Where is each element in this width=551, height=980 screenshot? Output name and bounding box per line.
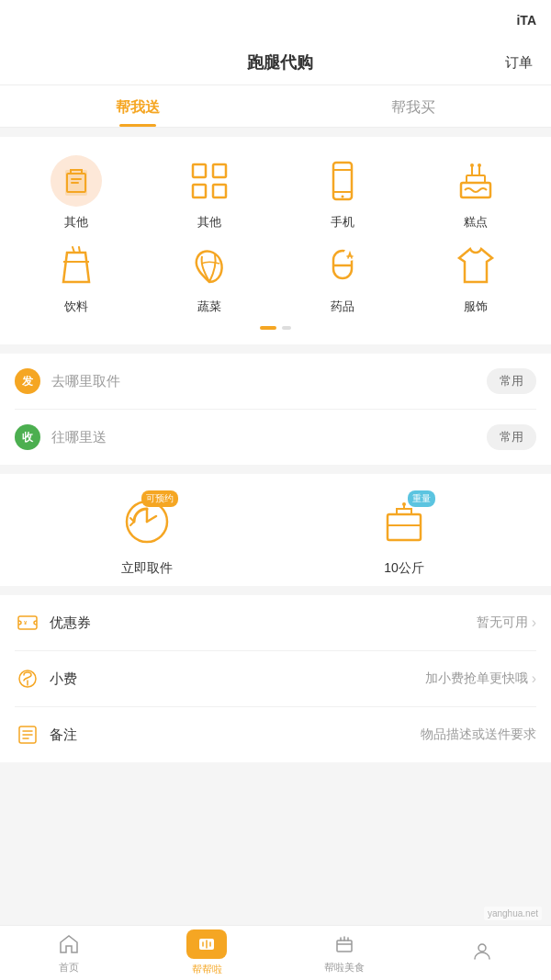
category-label-clothing: 服饰 [464, 299, 488, 315]
address-to-row[interactable]: 收 往哪里送 常用 [15, 410, 536, 465]
weight-label: 10公斤 [384, 560, 424, 577]
options-row: 可预约 立即取件 重量 [0, 492, 551, 577]
profile-icon [469, 939, 495, 964]
category-label-other: 其他 [197, 214, 221, 231]
nav-food-label: 帮啦美食 [324, 961, 365, 974]
svg-rect-2 [193, 164, 206, 177]
pickup-badge: 可预约 [141, 490, 178, 507]
clothing-icon [450, 240, 501, 291]
category-label-medicine: 药品 [331, 299, 354, 315]
svg-rect-38 [337, 941, 352, 952]
category-label-cake: 糕点 [464, 214, 488, 231]
address-to-placeholder[interactable]: 往哪里送 [51, 429, 476, 446]
note-icon [15, 722, 40, 748]
coupon-row[interactable]: ¥ 优惠券 暂无可用 › [15, 595, 536, 651]
dot-active [260, 326, 276, 330]
svg-text:¥: ¥ [24, 620, 28, 625]
status-bar: iTA [0, 0, 551, 40]
svg-line-24 [147, 516, 156, 522]
note-label: 备注 [50, 727, 96, 744]
category-item-vegetable[interactable]: 蔬菜 [142, 240, 276, 315]
other-icon [184, 155, 235, 207]
category-item-other[interactable]: 其他 [142, 155, 276, 231]
dot-inactive [282, 326, 291, 330]
svg-point-14 [470, 163, 474, 167]
svg-point-28 [402, 502, 406, 506]
page-title: 跑腿代购 [55, 51, 505, 73]
bottom-nav: 首页 帮帮啦 帮啦美食 [0, 925, 551, 980]
info-section: ¥ 优惠券 暂无可用 › 小费 加小费抢单更快哦 › [0, 595, 551, 762]
address-to-common-btn[interactable]: 常用 [487, 424, 536, 450]
category-item-phone[interactable]: 手机 [276, 155, 409, 231]
svg-rect-5 [213, 185, 226, 197]
weight-icon-wrap: 重量 [375, 492, 433, 551]
category-item-clothing[interactable]: 服饰 [409, 240, 542, 315]
tip-label: 小费 [50, 670, 96, 688]
food-icon [332, 931, 357, 957]
other-selected-icon [51, 155, 102, 207]
category-section: 其他 其他 [0, 137, 551, 344]
nav-food[interactable]: 帮啦美食 [276, 931, 413, 974]
svg-rect-4 [193, 185, 206, 197]
options-section: 可预约 立即取件 重量 [0, 474, 551, 586]
svg-point-39 [478, 944, 486, 952]
receive-badge: 收 [15, 424, 40, 450]
address-from-common-btn[interactable]: 常用 [487, 368, 536, 394]
category-item-medicine[interactable]: 药品 [276, 240, 409, 315]
svg-rect-25 [388, 514, 421, 540]
phone-icon [317, 155, 368, 207]
tab-send[interactable]: 帮我送 [0, 85, 276, 127]
tab-buy[interactable]: 帮我买 [276, 85, 551, 127]
address-from-row[interactable]: 发 去哪里取件 常用 [15, 354, 536, 410]
category-grid: 其他 其他 [9, 155, 542, 315]
weight-badge: 重量 [408, 490, 435, 507]
address-from-placeholder[interactable]: 去哪里取件 [51, 373, 476, 390]
drink-icon [51, 240, 102, 291]
nav-bangbang-label: 帮帮啦 [192, 963, 222, 976]
category-label-vegetable: 蔬菜 [197, 299, 221, 315]
category-label-drink: 饮料 [64, 299, 88, 315]
nav-home[interactable]: 首页 [0, 931, 138, 974]
page-dots [9, 326, 542, 330]
category-label-phone: 手机 [331, 214, 354, 231]
coupon-value: 暂无可用 › [105, 614, 536, 631]
tip-row[interactable]: 小费 加小费抢单更快哦 › [15, 651, 536, 707]
category-label-other-selected: 其他 [64, 214, 88, 231]
address-section: 发 去哪里取件 常用 收 往哪里送 常用 [0, 354, 551, 465]
coupon-arrow: › [532, 614, 536, 631]
send-badge: 发 [15, 368, 40, 394]
nav-profile[interactable] [413, 939, 551, 968]
nav-bangbang[interactable]: 帮帮啦 [138, 929, 276, 976]
tip-arrow: › [532, 670, 536, 687]
bangbang-icon [186, 929, 227, 959]
header: 跑腿代购 订单 [0, 40, 551, 85]
category-item-other-selected[interactable]: 其他 [9, 155, 142, 231]
svg-rect-6 [333, 163, 352, 199]
cake-icon [450, 155, 501, 207]
status-bar-text: iTA [516, 13, 536, 28]
bottom-pad [0, 762, 551, 827]
note-value: 物品描述或送件要求 [105, 727, 536, 743]
nav-home-label: 首页 [59, 961, 79, 974]
medicine-icon [317, 240, 368, 291]
category-item-drink[interactable]: 饮料 [9, 240, 142, 315]
category-item-cake[interactable]: 糕点 [409, 155, 542, 231]
watermark: yanghua.net [484, 907, 542, 920]
tab-bar: 帮我送 帮我买 [0, 85, 551, 128]
svg-point-9 [341, 196, 343, 198]
svg-rect-3 [213, 164, 226, 177]
svg-point-15 [478, 163, 481, 167]
coupon-icon: ¥ [15, 610, 40, 636]
note-row[interactable]: 备注 物品描述或送件要求 [15, 707, 536, 762]
pickup-label: 立即取件 [121, 560, 173, 577]
order-link[interactable]: 订单 [505, 54, 533, 72]
pickup-option[interactable]: 可预约 立即取件 [118, 492, 176, 577]
pickup-icon-wrap: 可预约 [118, 492, 176, 551]
tip-icon [15, 666, 40, 692]
vegetable-icon [184, 240, 235, 291]
coupon-label: 优惠券 [50, 614, 96, 632]
svg-line-18 [79, 247, 80, 253]
weight-option[interactable]: 重量 10公斤 [375, 492, 433, 577]
home-icon [56, 931, 82, 957]
tip-value: 加小费抢单更快哦 › [105, 670, 536, 687]
